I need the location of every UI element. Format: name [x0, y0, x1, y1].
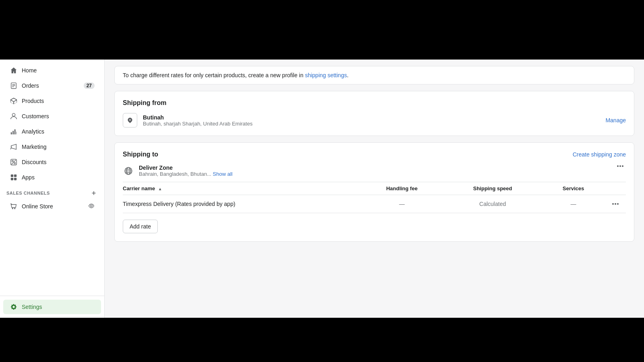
products-icon [10, 97, 18, 105]
sales-channels-section: SALES CHANNELS [0, 185, 104, 199]
svg-rect-6 [12, 131, 14, 134]
sidebar-item-products-label: Products [22, 98, 44, 104]
svg-rect-8 [16, 132, 17, 134]
sidebar-item-marketing[interactable]: Marketing [3, 140, 101, 154]
location-row: Butinah Butinah, sharjah Sharjah, United… [123, 113, 626, 128]
shipping-to-header: Shipping to Create shipping zone [123, 151, 626, 158]
sidebar-item-orders-label: Orders [22, 82, 39, 89]
settings-icon [10, 303, 18, 311]
svg-rect-7 [14, 130, 16, 135]
location-info: Butinah Butinah, sharjah Sharjah, United… [143, 114, 600, 127]
svg-rect-5 [11, 132, 12, 134]
sidebar-item-apps-label: Apps [22, 174, 35, 181]
handling-fee-column-header: Handling fee [360, 182, 443, 195]
settings-label: Settings [22, 304, 42, 310]
add-sales-channel-button[interactable] [90, 189, 98, 197]
shipping-speed-column-header: Shipping speed [444, 182, 542, 195]
services-cell: — [542, 195, 605, 213]
shipping-to-title: Shipping to [123, 151, 158, 158]
sidebar-item-settings[interactable]: Settings [3, 300, 101, 314]
svg-rect-14 [14, 175, 17, 177]
marketing-icon [10, 143, 18, 151]
carrier-name-cell: Timexpress Delivery (Rates provided by a… [123, 195, 360, 213]
sidebar: Home Orders 27 [0, 60, 105, 318]
show-all-link[interactable]: Show all [213, 171, 233, 177]
svg-rect-16 [14, 178, 17, 180]
location-address: Butinah, sharjah Sharjah, United Arab Em… [143, 121, 600, 127]
services-column-header: Services [542, 182, 605, 195]
orders-icon [10, 82, 18, 90]
svg-rect-13 [11, 175, 13, 177]
actions-column-header [605, 182, 626, 195]
sidebar-item-home-label: Home [22, 67, 37, 74]
discounts-icon [10, 158, 18, 166]
info-banner-suffix: . [347, 72, 349, 78]
info-banner-text: To charge different rates for only certa… [123, 72, 305, 78]
shipping-from-card: Shipping from Butinah Butinah, sharjah S… [114, 91, 634, 136]
zone-name: Deliver Zone [139, 165, 610, 171]
info-banner: To charge different rates for only certa… [114, 66, 634, 84]
main-content: To charge different rates for only certa… [105, 60, 644, 318]
zone-info: Deliver Zone Bahrain, Bangladesh, Bhutan… [139, 165, 610, 177]
row-actions-cell [605, 195, 626, 213]
svg-point-17 [91, 205, 93, 207]
sidebar-item-analytics[interactable]: Analytics [3, 124, 101, 139]
sidebar-item-apps[interactable]: Apps [3, 170, 101, 185]
shipping-from-title: Shipping from [123, 99, 626, 107]
rates-table: Carrier name ▲ Handling fee Shipping spe… [123, 182, 626, 213]
svg-point-10 [14, 162, 16, 164]
sidebar-item-home[interactable]: Home [3, 63, 101, 78]
sidebar-item-discounts[interactable]: Discounts [3, 155, 101, 169]
sidebar-item-analytics-label: Analytics [22, 128, 44, 135]
sidebar-item-customers-label: Customers [22, 113, 49, 119]
carrier-name-column-header[interactable]: Carrier name ▲ [123, 182, 360, 195]
zone-countries: Bahrain, Bangladesh, Bhutan... Show all [139, 171, 610, 177]
shipping-speed-cell: Calculated [444, 195, 542, 213]
sales-channels-label: SALES CHANNELS [6, 191, 50, 195]
orders-badge: 27 [84, 82, 95, 89]
sidebar-item-discounts-label: Discounts [22, 159, 46, 165]
online-store-icon [10, 202, 18, 210]
home-icon [10, 66, 18, 74]
apps-icon [10, 173, 18, 181]
online-store-label: Online Store [22, 203, 53, 210]
sidebar-item-online-store[interactable]: Online Store [3, 199, 101, 214]
customers-icon [10, 112, 18, 120]
shipping-to-card: Shipping to Create shipping zone [114, 142, 634, 242]
zone-more-button[interactable] [615, 165, 626, 168]
sidebar-item-marketing-label: Marketing [22, 144, 46, 150]
sort-icon: ▲ [158, 187, 162, 191]
location-pin-icon [123, 113, 137, 128]
row-more-button[interactable] [610, 202, 621, 206]
svg-rect-15 [11, 178, 13, 180]
svg-point-9 [12, 160, 14, 162]
location-name: Butinah [143, 114, 600, 121]
sidebar-item-customers[interactable]: Customers [3, 109, 101, 123]
svg-point-4 [12, 113, 15, 116]
sidebar-item-products[interactable]: Products [3, 94, 101, 108]
manage-link[interactable]: Manage [605, 117, 626, 123]
handling-fee-cell: — [360, 195, 443, 213]
deliver-zone-row: Deliver Zone Bahrain, Bangladesh, Bhutan… [123, 165, 626, 177]
create-shipping-zone-link[interactable]: Create shipping zone [573, 151, 626, 158]
globe-icon [123, 165, 134, 177]
add-rate-button[interactable]: Add rate [123, 220, 158, 233]
table-row: Timexpress Delivery (Rates provided by a… [123, 195, 626, 213]
shipping-settings-link[interactable]: shipping settings [305, 72, 347, 78]
analytics-icon [10, 128, 18, 136]
sidebar-item-orders[interactable]: Orders 27 [3, 78, 101, 93]
online-store-visibility-icon[interactable] [88, 203, 95, 210]
